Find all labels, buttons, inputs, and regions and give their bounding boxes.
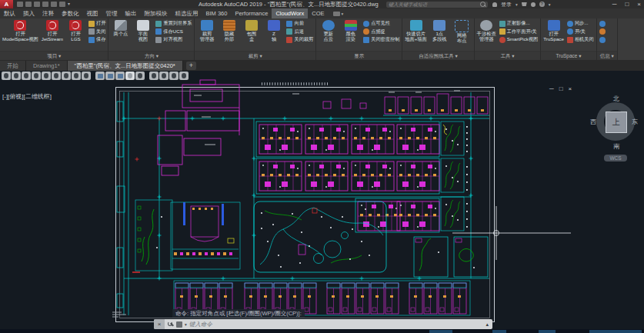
toolbar-shield-button[interactable] bbox=[42, 72, 51, 80]
search-icon[interactable] bbox=[480, 2, 486, 7]
drawing-close-button[interactable]: × bbox=[569, 85, 572, 92]
project-save-button[interactable]: 保存 bbox=[88, 36, 105, 43]
command-input[interactable]: 键入命令 bbox=[189, 321, 484, 328]
tab-bim360[interactable]: BIM 360 bbox=[202, 8, 232, 18]
tab-default[interactable]: 默认 bbox=[0, 8, 19, 18]
open-modelspace-button[interactable]: 打开 ModelSpace视图 bbox=[1, 18, 40, 42]
panel-label-adaptive[interactable]: 自适应围线工具 ▾ bbox=[402, 51, 473, 60]
z-axis-button[interactable]: Z 轴 bbox=[262, 18, 285, 42]
panel-label-tools[interactable]: 工具 ▾ bbox=[475, 51, 541, 60]
user-icon[interactable] bbox=[492, 2, 497, 7]
info-button-2[interactable] bbox=[599, 28, 606, 35]
new-file-icon[interactable] bbox=[17, 2, 23, 7]
autocad-logo-icon[interactable]: A bbox=[0, 0, 13, 8]
help-dropdown-icon[interactable]: ▾ bbox=[549, 2, 551, 7]
viewcube-top-face[interactable]: 上 bbox=[606, 112, 627, 133]
open-lgs-button[interactable]: 打开 LGS bbox=[65, 18, 87, 42]
app-store-icon[interactable] bbox=[522, 2, 527, 6]
tab-coe[interactable]: COE bbox=[308, 8, 328, 18]
truspace-sync-button[interactable]: 同步... bbox=[567, 20, 594, 27]
tab-annotate[interactable]: 注释 bbox=[38, 8, 58, 18]
redo-icon[interactable] bbox=[59, 2, 65, 7]
file-tab-start[interactable]: 开始 bbox=[0, 61, 26, 71]
grid-points-button[interactable]: 网格 布点 bbox=[451, 18, 473, 44]
reset-to-world-button[interactable]: 重置到世界系 bbox=[155, 20, 192, 27]
status-segment[interactable] bbox=[539, 330, 556, 333]
help-search-box[interactable]: 键入关键字或短语 bbox=[386, 2, 488, 8]
toolbar-shield-button[interactable] bbox=[82, 72, 91, 80]
model-space-viewport[interactable]: [-][俯视][二维线框] ─ □ × 北 西 上 东 南 WCS 命令: 指定… bbox=[0, 71, 644, 333]
tab-manage[interactable]: 管理 bbox=[102, 8, 122, 18]
panel-label-orientation[interactable]: 方向 ▾ bbox=[108, 51, 194, 60]
project-open-button[interactable]: 打开 bbox=[88, 20, 105, 27]
interference-manager-button[interactable]: 干涉检查 管理器 bbox=[475, 18, 498, 42]
viewport-controls-label[interactable]: [-][俯视][二维线框] bbox=[2, 92, 52, 101]
update-point-cloud-button[interactable]: 更新 点云 bbox=[317, 18, 339, 42]
help-icon[interactable]: ? bbox=[539, 2, 545, 7]
tab-parametric[interactable]: 参数化 bbox=[58, 8, 83, 18]
new-drawing-tab-button[interactable]: + bbox=[186, 62, 196, 70]
drawing-minimize-button[interactable]: ─ bbox=[549, 85, 554, 92]
density-control-button[interactable]: 关闭密度控制 bbox=[363, 36, 399, 43]
info-button-3[interactable] bbox=[599, 36, 606, 43]
command-customize-icon[interactable] bbox=[176, 321, 182, 328]
bounding-box-button[interactable]: 包围 盒 bbox=[240, 18, 262, 42]
minimize-button[interactable]: ─ bbox=[612, 0, 617, 8]
command-dropdown-icon[interactable]: ▾ bbox=[185, 322, 187, 327]
tab-insert[interactable]: 插入 bbox=[19, 8, 38, 18]
viewcube[interactable]: 北 西 上 东 南 WCS bbox=[592, 95, 640, 164]
truspace-onoff-button[interactable]: 开/关 bbox=[567, 28, 594, 35]
toolbar-shield-button[interactable] bbox=[179, 72, 189, 80]
clip-back-button[interactable]: 后退 bbox=[286, 28, 313, 35]
save-file-icon[interactable] bbox=[34, 2, 40, 7]
smartpick-view-button[interactable]: SmartPick视图 bbox=[499, 36, 539, 43]
toolbar-clip-button[interactable] bbox=[95, 72, 105, 80]
open-file-icon[interactable] bbox=[25, 2, 32, 7]
tab-output[interactable]: 输出 bbox=[122, 8, 141, 18]
viewcube-south-label[interactable]: 南 bbox=[592, 142, 640, 151]
plan-view-button[interactable]: 平面 视图 bbox=[132, 18, 154, 42]
close-clip-button[interactable]: 关闭裁剪 bbox=[286, 36, 313, 43]
clip-manager-button[interactable]: 裁剪 管理器 bbox=[195, 18, 218, 42]
toolbar-shield-button[interactable] bbox=[32, 72, 41, 80]
panel-label-display[interactable]: 显示 bbox=[316, 51, 402, 60]
align-view-button[interactable]: 对齐视图 bbox=[155, 36, 192, 43]
ribbon-collapse-control[interactable]: ▾ bbox=[333, 8, 344, 18]
quick-slice-button[interactable]: 快速切片 地面+墙面 bbox=[403, 18, 428, 42]
save-ucs-button[interactable]: 保存UCS bbox=[155, 28, 192, 35]
toolbar-shield-button[interactable] bbox=[22, 72, 31, 80]
sign-in-label[interactable]: 登录 bbox=[501, 1, 512, 8]
point-visibility-button[interactable]: 点可见性 bbox=[363, 20, 399, 27]
ortho-image-button[interactable]: 正射影像... bbox=[499, 20, 539, 27]
project-close-button[interactable]: 关闭 bbox=[88, 28, 105, 35]
command-history-icon[interactable]: ▴ bbox=[486, 321, 489, 328]
viewcube-west-label[interactable]: 西 bbox=[590, 118, 596, 126]
panel-label-truspace[interactable]: TruSpace ▾ bbox=[541, 51, 596, 60]
toolbar-shield-button[interactable] bbox=[2, 72, 11, 80]
toolbar-clip-button[interactable] bbox=[105, 72, 115, 80]
info-button-1[interactable] bbox=[599, 20, 606, 27]
site-plan-drawing[interactable] bbox=[0, 71, 644, 333]
restore-button[interactable]: □ bbox=[625, 0, 629, 8]
viewcube-east-label[interactable]: 东 bbox=[632, 118, 638, 126]
one-point-polyline-button[interactable]: 1点 多段线 bbox=[429, 18, 451, 42]
close-button[interactable]: × bbox=[637, 0, 641, 8]
command-line-bar[interactable]: × ▾ 键入命令 ▴ bbox=[154, 319, 492, 329]
tab-cloudworx[interactable]: CloudWorx bbox=[272, 8, 308, 18]
toolbar-shield-button[interactable] bbox=[12, 72, 21, 80]
tab-featured-apps[interactable]: 精选应用 bbox=[172, 8, 202, 18]
panel-label-clip[interactable]: 裁剪 ▾ bbox=[195, 51, 315, 60]
open-jetstream-button[interactable]: 打开 JetStream bbox=[40, 18, 65, 42]
toolbar-shield-button[interactable] bbox=[149, 72, 158, 80]
point-snap-button[interactable]: 点捕捉 bbox=[363, 28, 399, 35]
two-points-button[interactable]: 两个点 bbox=[109, 18, 132, 37]
toolbar-shield-button[interactable] bbox=[169, 72, 179, 80]
camera-off-button[interactable]: 相机关闭 bbox=[567, 36, 594, 43]
status-segment[interactable] bbox=[589, 330, 642, 333]
toolbar-shield-button[interactable] bbox=[62, 72, 71, 80]
toolbar-shield-button[interactable] bbox=[159, 72, 169, 80]
toolbar-shield-button[interactable] bbox=[52, 72, 61, 80]
toolbar-clip-button[interactable] bbox=[115, 72, 125, 80]
file-tab-active-drawing[interactable]: "西柏里"(民宿、文...日地形图提交0420* bbox=[68, 61, 183, 71]
tab-view[interactable]: 视图 bbox=[83, 8, 102, 18]
